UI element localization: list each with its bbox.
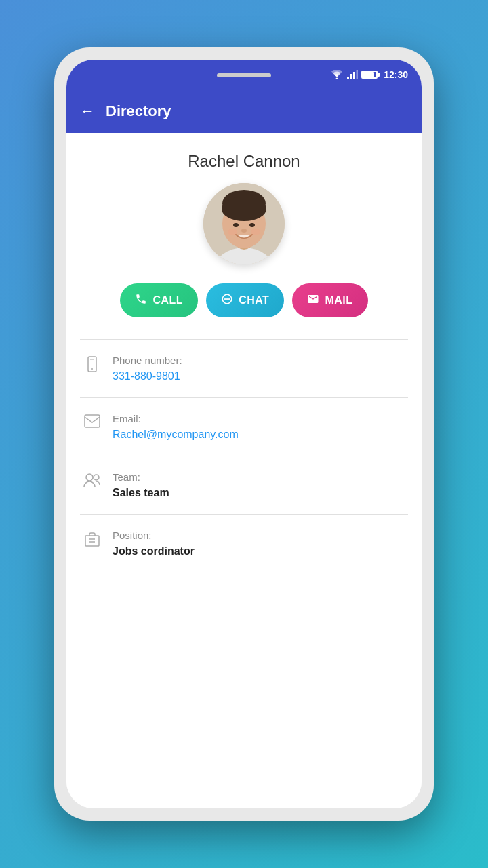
- call-label: CALL: [152, 294, 183, 307]
- phone-content: Phone number: 331-880-9801: [113, 355, 182, 382]
- status-time: 12:30: [384, 69, 408, 80]
- svg-point-15: [251, 229, 260, 235]
- profile-section: Rachel Cannon: [66, 133, 422, 339]
- team-icon: [83, 473, 102, 492]
- chat-icon: [221, 293, 233, 308]
- call-icon: [135, 293, 147, 308]
- email-icon: [83, 414, 102, 432]
- content-area: Rachel Cannon: [66, 133, 422, 808]
- phone-label: Phone number:: [113, 355, 182, 366]
- call-button[interactable]: CALL: [120, 283, 198, 317]
- page-title: Directory: [106, 102, 171, 120]
- position-icon: [83, 531, 102, 551]
- chat-button[interactable]: CHAT: [206, 283, 284, 317]
- svg-point-22: [92, 368, 93, 370]
- svg-point-18: [226, 298, 228, 300]
- team-content: Team: Sales team: [113, 471, 169, 499]
- position-row: Position: Jobs cordinator: [66, 515, 422, 572]
- svg-point-12: [249, 223, 255, 227]
- info-section: Phone number: 331-880-9801 Email:: [66, 340, 422, 572]
- battery-icon: [361, 71, 378, 79]
- phone-icon: [83, 356, 102, 376]
- position-label: Position:: [113, 530, 195, 541]
- svg-point-14: [228, 229, 237, 235]
- contact-name: Rachel Cannon: [188, 152, 300, 171]
- team-label: Team:: [113, 471, 169, 483]
- position-value: Jobs cordinator: [113, 545, 195, 557]
- svg-point-11: [233, 223, 239, 227]
- team-value: Sales team: [113, 487, 169, 499]
- mail-label: MAIL: [325, 294, 352, 307]
- email-label: Email:: [113, 413, 239, 425]
- back-button[interactable]: ←: [80, 102, 95, 120]
- svg-rect-3: [353, 72, 355, 79]
- mail-button[interactable]: MAIL: [292, 283, 367, 317]
- svg-rect-4: [357, 70, 359, 79]
- position-content: Position: Jobs cordinator: [113, 530, 195, 557]
- svg-point-25: [94, 475, 99, 480]
- mail-icon: [307, 293, 319, 308]
- phone-row: Phone number: 331-880-9801: [66, 340, 422, 397]
- team-row: Team: Sales team: [66, 456, 422, 514]
- svg-rect-23: [85, 415, 100, 427]
- status-icons: 12:30: [330, 69, 408, 80]
- action-buttons: CALL CHAT: [120, 283, 367, 317]
- svg-point-17: [224, 298, 226, 300]
- phone-inner: 12:30 ← Directory Rachel Cannon: [66, 60, 422, 808]
- chat-label: CHAT: [239, 294, 269, 307]
- svg-point-0: [336, 78, 338, 80]
- signal-icon: [347, 70, 358, 79]
- app-header: ← Directory: [66, 90, 422, 133]
- phone-value[interactable]: 331-880-9801: [113, 370, 182, 382]
- phone-frame: 12:30 ← Directory Rachel Cannon: [54, 47, 434, 821]
- email-row: Email: Rachel@mycompany.com: [66, 398, 422, 456]
- svg-point-13: [241, 229, 247, 233]
- svg-rect-2: [350, 74, 352, 79]
- wifi-icon: [330, 70, 344, 79]
- email-value[interactable]: Rachel@mycompany.com: [113, 429, 239, 441]
- svg-rect-1: [347, 77, 349, 79]
- svg-rect-26: [85, 536, 99, 546]
- status-bar: 12:30: [66, 60, 422, 90]
- avatar: [203, 183, 285, 264]
- svg-point-24: [86, 474, 93, 481]
- svg-point-10: [222, 197, 266, 221]
- email-content: Email: Rachel@mycompany.com: [113, 413, 239, 441]
- svg-point-19: [228, 298, 230, 300]
